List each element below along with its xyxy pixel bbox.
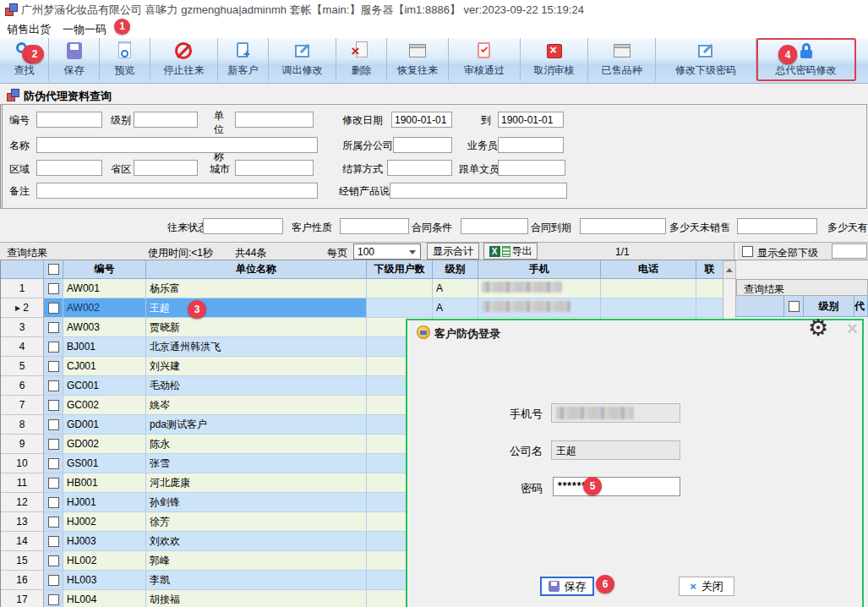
province-input[interactable] bbox=[134, 160, 198, 176]
menu-item-one-item-one-code[interactable]: 一物一码 bbox=[63, 22, 106, 37]
modify-date-from-input[interactable] bbox=[391, 112, 452, 128]
toolbar-button-cancel-audit[interactable]: 取消审核 bbox=[521, 38, 588, 81]
app-icon bbox=[5, 3, 17, 15]
redacted-phone bbox=[482, 282, 562, 293]
row-checkbox[interactable] bbox=[48, 361, 59, 372]
phone-input[interactable] bbox=[551, 403, 680, 423]
gear-icon[interactable]: ⚙ bbox=[808, 315, 828, 341]
unit-input[interactable] bbox=[235, 112, 314, 128]
days-no-sale-input[interactable] bbox=[737, 218, 817, 234]
row-checkbox[interactable] bbox=[48, 322, 59, 333]
company-input[interactable]: 王超 bbox=[551, 440, 680, 460]
export-button[interactable]: X 导出 bbox=[483, 243, 538, 260]
header-code[interactable]: 编号 bbox=[63, 260, 146, 279]
toolbar-button-stop[interactable]: 停止往来 bbox=[150, 38, 218, 81]
stop-icon bbox=[173, 41, 195, 63]
row-checkbox[interactable] bbox=[48, 419, 59, 430]
toolbar-button-edit-11[interactable]: 修改下级密码 bbox=[656, 38, 756, 81]
code-input[interactable] bbox=[36, 112, 102, 128]
nature-input[interactable] bbox=[340, 218, 409, 234]
table-header: 编号 单位名称 下级用户数 级别 手机 电话 联 bbox=[1, 260, 723, 279]
region-input[interactable] bbox=[36, 160, 102, 176]
header-mobile[interactable]: 手机 bbox=[478, 260, 601, 279]
name-input[interactable] bbox=[36, 137, 318, 153]
password-input[interactable]: ****** bbox=[553, 477, 680, 496]
row-checkbox[interactable] bbox=[48, 303, 59, 314]
toolbar-button-edit-5[interactable]: 调出修改 bbox=[269, 38, 336, 81]
toolbar-button-lock[interactable]: 总代密码修改4 bbox=[756, 38, 856, 81]
remark-input[interactable] bbox=[36, 183, 318, 199]
row-checkbox[interactable] bbox=[48, 497, 59, 508]
toolbar-button-preview[interactable]: 预览 bbox=[100, 38, 150, 81]
toolbar-button-label: 保存 bbox=[64, 63, 85, 78]
branch-input[interactable] bbox=[393, 137, 452, 153]
menu-item-sales-out[interactable]: 销售出货 bbox=[7, 22, 51, 37]
row-checkbox[interactable] bbox=[48, 517, 59, 528]
row-checkbox[interactable] bbox=[48, 575, 59, 586]
product-desc-input[interactable] bbox=[390, 183, 567, 199]
table-row[interactable]: ▶1 AW001 杨乐富 A bbox=[1, 279, 723, 298]
row-checkbox[interactable] bbox=[48, 342, 59, 353]
cancel-audit-icon bbox=[543, 41, 565, 63]
row-checkbox[interactable] bbox=[48, 439, 59, 450]
toolbar-button-label: 已售品种 bbox=[602, 63, 642, 78]
contract-due-label: 合同到期 bbox=[531, 221, 571, 235]
header-contact[interactable]: 联 bbox=[696, 260, 723, 279]
toolbar-button-window-10[interactable]: 已售品种 bbox=[588, 38, 656, 81]
salesman-input[interactable] bbox=[498, 137, 564, 153]
scroll-up-icon[interactable] bbox=[723, 261, 735, 279]
settle-label: 结算方式 bbox=[342, 162, 383, 177]
customer-anticounterfeit-login-dialog: 客户防伪登录 ⚙ × 手机号 公司名 王超 密码 ****** 保存 × 关闭 bbox=[406, 319, 864, 607]
contract-cond-input[interactable] bbox=[461, 218, 528, 234]
nature-label: 客户性质 bbox=[292, 221, 332, 235]
settle-input[interactable] bbox=[387, 160, 452, 176]
clerk-input[interactable] bbox=[498, 160, 565, 176]
toolbar-button-new-doc[interactable]: 新客户 bbox=[218, 38, 269, 81]
table-row[interactable]: ▶2 AW002 王超 A bbox=[1, 298, 723, 318]
company-label: 公司名 bbox=[499, 444, 543, 459]
row-checkbox[interactable] bbox=[48, 555, 59, 566]
save-button[interactable]: 保存 bbox=[540, 577, 594, 596]
header-checkbox[interactable] bbox=[44, 260, 63, 279]
row-checkbox[interactable] bbox=[48, 400, 59, 411]
delete-icon bbox=[351, 41, 373, 63]
annotation-badge-2: 2 bbox=[25, 45, 44, 63]
per-page-select[interactable]: 100 bbox=[353, 243, 421, 260]
side-header-blank bbox=[736, 296, 784, 317]
unit-name-vertical-label: 单位名称 bbox=[213, 109, 225, 163]
modify-date-to-input[interactable] bbox=[498, 112, 564, 128]
side-header-level[interactable]: 级别 bbox=[804, 296, 854, 317]
edit-icon bbox=[695, 41, 717, 63]
toolbar-button-window-7[interactable]: 恢复往来 bbox=[387, 38, 449, 81]
row-checkbox[interactable] bbox=[48, 594, 59, 605]
status-input[interactable] bbox=[203, 218, 283, 234]
row-checkbox[interactable] bbox=[48, 458, 59, 469]
toolbar-button-audit-pass[interactable]: 审核通过 bbox=[449, 38, 521, 81]
row-checkbox[interactable] bbox=[48, 478, 59, 489]
show-all-sub-checkbox[interactable] bbox=[742, 246, 753, 257]
close-button[interactable]: × 关闭 bbox=[679, 577, 734, 596]
dialog-title: 客户防伪登录 bbox=[434, 326, 500, 342]
row-checkbox[interactable] bbox=[48, 380, 59, 391]
toolbar-button-label: 查找 bbox=[14, 63, 35, 78]
row-checkbox[interactable] bbox=[48, 283, 59, 294]
header-level[interactable]: 级别 bbox=[433, 260, 478, 279]
form-panel-header: 防伪代理资料查询 bbox=[0, 85, 868, 104]
query-time: 使用时间:<1秒 bbox=[148, 246, 213, 260]
annotation-badge-1: 1 bbox=[114, 19, 130, 35]
header-phone[interactable]: 电话 bbox=[601, 260, 696, 279]
show-all-input[interactable] bbox=[832, 243, 867, 259]
redacted-phone bbox=[556, 407, 634, 419]
toolbar-button-delete[interactable]: 删除 bbox=[336, 38, 387, 81]
header-name[interactable]: 单位名称 bbox=[146, 260, 367, 279]
toolbar-button-save[interactable]: 保存 bbox=[49, 38, 100, 81]
contract-due-input[interactable] bbox=[580, 218, 666, 234]
side-header-checkbox[interactable] bbox=[784, 296, 804, 317]
row-checkbox[interactable] bbox=[48, 536, 59, 547]
city-input[interactable] bbox=[235, 160, 314, 176]
x-icon: × bbox=[690, 580, 696, 593]
level-input[interactable] bbox=[134, 112, 198, 128]
show-total-button[interactable]: 显示合计 bbox=[427, 243, 479, 260]
close-icon[interactable]: × bbox=[847, 320, 858, 338]
header-sub-users[interactable]: 下级用户数 bbox=[367, 260, 433, 279]
